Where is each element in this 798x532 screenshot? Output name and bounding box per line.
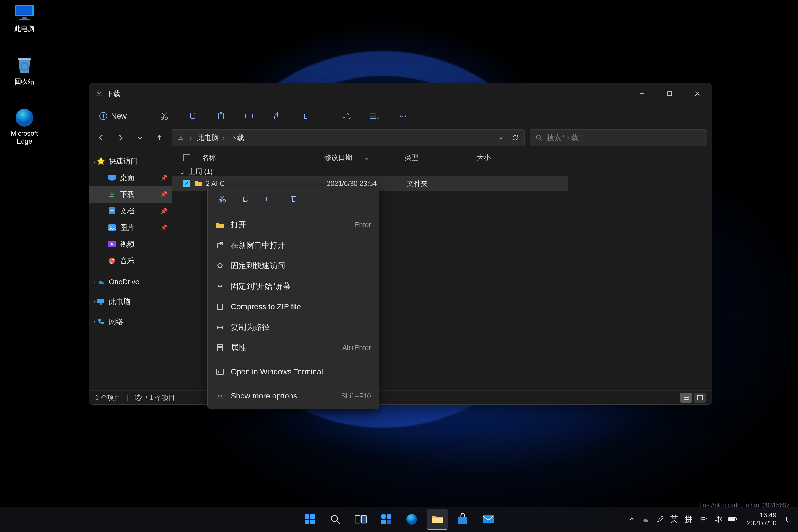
zip-icon (215, 302, 225, 311)
maximize-button[interactable] (661, 87, 678, 100)
sidebar-item-this-pc[interactable]: ›此电脑 (89, 293, 172, 310)
document-icon (108, 207, 116, 215)
ctx-delete-button[interactable] (286, 191, 302, 207)
svg-rect-80 (387, 514, 391, 519)
column-headers[interactable]: 名称 修改日期 ⌄ 类型 大小 (172, 150, 712, 165)
sidebar-label: 此电脑 (109, 297, 131, 307)
ctx-open-terminal[interactable]: Open in Windows Terminal (208, 362, 379, 382)
cut-button[interactable] (156, 108, 172, 124)
ink-tray-icon[interactable] (657, 515, 664, 523)
cloud-icon (97, 278, 105, 286)
terminal-icon (215, 367, 225, 377)
paste-button[interactable] (213, 108, 229, 124)
column-type[interactable]: 类型 (405, 153, 419, 162)
task-view-button[interactable] (350, 509, 371, 530)
breadcrumb-bar[interactable]: › 此电脑 下载 (172, 129, 525, 146)
navigation-pane: ⌄⭐快速访问 桌面📌 下载📌 文档📌 图片📌 视频 音乐 ›OneDrive ›… (89, 150, 172, 391)
column-size[interactable]: 大小 (477, 153, 491, 162)
chevron-down-icon[interactable] (498, 134, 504, 141)
column-modified[interactable]: 修改日期 (324, 153, 352, 162)
details-view-button[interactable] (680, 393, 692, 403)
widgets-button[interactable] (376, 509, 397, 530)
search-bar[interactable] (530, 129, 707, 146)
system-tray[interactable]: 英 拼 16:492021/7/10 (629, 511, 793, 527)
svg-rect-74 (310, 520, 315, 524)
sort-button[interactable] (338, 108, 355, 124)
ime-mode[interactable]: 拼 (685, 514, 692, 525)
ctx-pin-quick-access[interactable]: 固定到快速访问 (208, 255, 379, 276)
battery-tray-icon[interactable] (728, 516, 738, 522)
ctx-copy-path[interactable]: 复制为路径 (208, 317, 379, 338)
notifications-tray-icon[interactable] (785, 515, 793, 523)
svg-point-83 (406, 514, 417, 525)
star-icon: ⭐ (97, 157, 105, 165)
sidebar-item-pictures[interactable]: 图片📌 (89, 219, 172, 236)
search-button[interactable] (325, 509, 346, 530)
search-input[interactable] (547, 134, 701, 142)
view-button[interactable] (366, 108, 383, 124)
row-checkbox[interactable]: ✓ (183, 180, 190, 187)
thumbnails-view-button[interactable] (694, 393, 706, 403)
sidebar-item-desktop[interactable]: 桌面📌 (89, 169, 172, 186)
pin-icon: 📌 (160, 191, 167, 197)
rename-button[interactable] (241, 108, 257, 124)
sidebar-item-documents[interactable]: 文档📌 (89, 203, 172, 219)
volume-tray-icon[interactable] (714, 516, 722, 523)
copy-button[interactable] (185, 108, 201, 124)
ctx-open[interactable]: 打开Enter (208, 214, 379, 235)
ctx-open-new-window[interactable]: 在新窗口中打开 (208, 235, 379, 255)
nav-back-button[interactable] (94, 131, 108, 145)
taskbar-mail[interactable] (478, 509, 499, 530)
sidebar-item-downloads[interactable]: 下载📌 (89, 186, 172, 203)
explorer-window: 下载 New › 此电脑 下载 (89, 83, 712, 404)
tray-clock[interactable]: 16:492021/7/10 (747, 511, 776, 527)
breadcrumb-seg[interactable]: 下载 (230, 133, 244, 143)
ctx-compress-zip[interactable]: Compress to ZIP file (208, 297, 379, 317)
network-tray-icon[interactable] (699, 516, 707, 522)
column-name[interactable]: 名称 (202, 153, 216, 162)
taskbar[interactable]: 英 拼 16:492021/7/10 (0, 507, 798, 532)
new-button[interactable]: New (94, 109, 132, 123)
svg-rect-2 (22, 17, 27, 19)
title-bar[interactable]: 下载 (89, 83, 712, 104)
breadcrumb-seg[interactable]: 此电脑 (197, 133, 225, 143)
ctx-show-more[interactable]: Show more optionsShift+F10 (208, 386, 379, 406)
ctx-properties[interactable]: 属性Alt+Enter (208, 338, 379, 358)
nav-recent-button[interactable] (133, 131, 147, 145)
select-all-checkbox[interactable] (183, 154, 190, 161)
monitor-icon (13, 3, 36, 22)
command-bar: New (89, 104, 712, 128)
chevron-down-icon: ⌄ (91, 157, 98, 165)
sidebar-item-network[interactable]: ›网络 (89, 314, 172, 330)
nav-forward-button[interactable] (113, 131, 128, 145)
more-button[interactable] (395, 108, 411, 124)
share-button[interactable] (269, 108, 285, 124)
ctx-pin-start[interactable]: 固定到"开始"屏幕 (208, 276, 379, 297)
minimize-button[interactable] (634, 87, 650, 100)
svg-rect-3 (19, 19, 30, 20)
desktop-icon-recycle-bin[interactable]: 回收站 (5, 55, 44, 86)
sidebar-item-onedrive[interactable]: ›OneDrive (89, 273, 172, 290)
delete-button[interactable] (298, 108, 314, 124)
tray-overflow-icon[interactable] (629, 516, 635, 522)
onedrive-tray-icon[interactable] (642, 516, 650, 522)
ime-lang[interactable]: 英 (670, 514, 678, 525)
taskbar-store[interactable] (452, 509, 473, 530)
nav-up-button[interactable] (152, 131, 167, 145)
start-button[interactable] (299, 509, 320, 530)
ctx-copy-button[interactable] (238, 191, 254, 207)
sidebar-label: 网络 (109, 317, 123, 327)
svg-rect-34 (110, 209, 114, 209)
sidebar-item-videos[interactable]: 视频 (89, 236, 172, 252)
taskbar-explorer[interactable] (427, 509, 448, 530)
desktop-icon-this-pc[interactable]: 此电脑 (5, 3, 44, 33)
ctx-cut-button[interactable] (214, 191, 230, 207)
group-header[interactable]: ⌄上周 (1) (172, 165, 712, 176)
sidebar-quick-access[interactable]: ⌄⭐快速访问 (89, 153, 172, 169)
close-button[interactable] (689, 87, 706, 100)
sidebar-item-music[interactable]: 音乐 (89, 252, 172, 269)
taskbar-edge[interactable] (401, 509, 422, 530)
refresh-icon[interactable] (512, 134, 519, 141)
ctx-rename-button[interactable] (262, 191, 278, 207)
desktop-icon-edge[interactable]: Microsoft Edge (5, 108, 44, 145)
